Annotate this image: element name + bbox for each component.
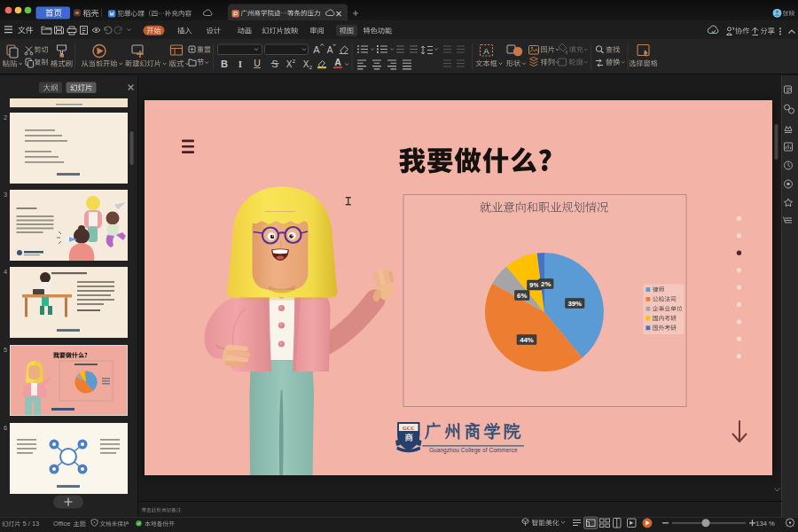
- svg-text:5 / 13: 5 / 13: [23, 520, 40, 528]
- svg-text:2: 2: [293, 59, 296, 64]
- svg-text:A: A: [313, 44, 320, 55]
- svg-text:A: A: [334, 57, 341, 67]
- svg-text:2: 2: [309, 65, 313, 70]
- svg-text:I: I: [239, 59, 242, 69]
- svg-text:134 %: 134 %: [755, 520, 775, 528]
- svg-text:4: 4: [4, 268, 7, 276]
- svg-text:X: X: [303, 59, 309, 69]
- svg-text:5: 5: [4, 346, 7, 354]
- svg-text:A: A: [327, 45, 333, 55]
- svg-text:3: 3: [4, 191, 7, 199]
- svg-text:6: 6: [4, 424, 7, 432]
- svg-text:B: B: [221, 59, 228, 69]
- svg-text:X: X: [286, 59, 293, 69]
- svg-text:Office: Office: [53, 520, 70, 528]
- svg-text:U: U: [254, 58, 261, 68]
- svg-text:A: A: [483, 46, 489, 56]
- svg-text:2: 2: [4, 113, 7, 121]
